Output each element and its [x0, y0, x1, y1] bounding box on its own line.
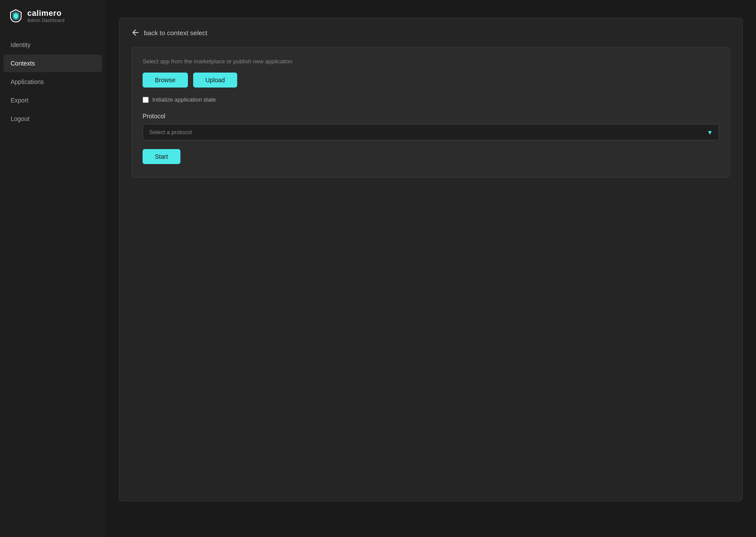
app-source-buttons: Browse Upload [143, 73, 719, 88]
back-arrow-button[interactable] [132, 29, 139, 37]
initialize-checkbox[interactable] [143, 97, 149, 103]
panel-subtitle: Select app from the marketplace or publi… [143, 58, 719, 65]
logo-subtitle: Admin Dashboard [27, 18, 65, 23]
initialize-checkbox-row: Initialize application state [143, 96, 719, 103]
sidebar: calimero Admin Dashboard Identity Contex… [0, 0, 106, 537]
start-button[interactable]: Start [143, 149, 180, 164]
back-label[interactable]: back to context select [144, 29, 207, 37]
protocol-select[interactable]: Select a protocol [143, 124, 719, 140]
logo-area: calimero Admin Dashboard [0, 0, 106, 36]
protocol-section: Protocol Select a protocol ▼ [143, 113, 719, 140]
protocol-label: Protocol [143, 113, 719, 120]
initialize-checkbox-label[interactable]: Initialize application state [152, 96, 216, 103]
sidebar-item-contexts[interactable]: Contexts [4, 55, 102, 72]
back-navigation: back to context select [132, 29, 730, 37]
upload-button[interactable]: Upload [193, 73, 237, 88]
browse-button[interactable]: Browse [143, 73, 188, 88]
main-content: back to context select Select app from t… [106, 0, 756, 537]
sidebar-item-logout[interactable]: Logout [4, 110, 102, 128]
protocol-select-wrapper: Select a protocol ▼ [143, 124, 719, 140]
nav-menu: Identity Contexts Applications Export Lo… [0, 36, 106, 128]
logo-text: calimero Admin Dashboard [27, 9, 65, 23]
content-panel: Select app from the marketplace or publi… [132, 47, 730, 178]
logo-name: calimero [27, 9, 65, 18]
sidebar-item-export[interactable]: Export [4, 91, 102, 109]
sidebar-item-identity[interactable]: Identity [4, 36, 102, 54]
page-container: back to context select Select app from t… [119, 18, 743, 501]
logo-icon [9, 9, 23, 23]
sidebar-item-applications[interactable]: Applications [4, 73, 102, 91]
